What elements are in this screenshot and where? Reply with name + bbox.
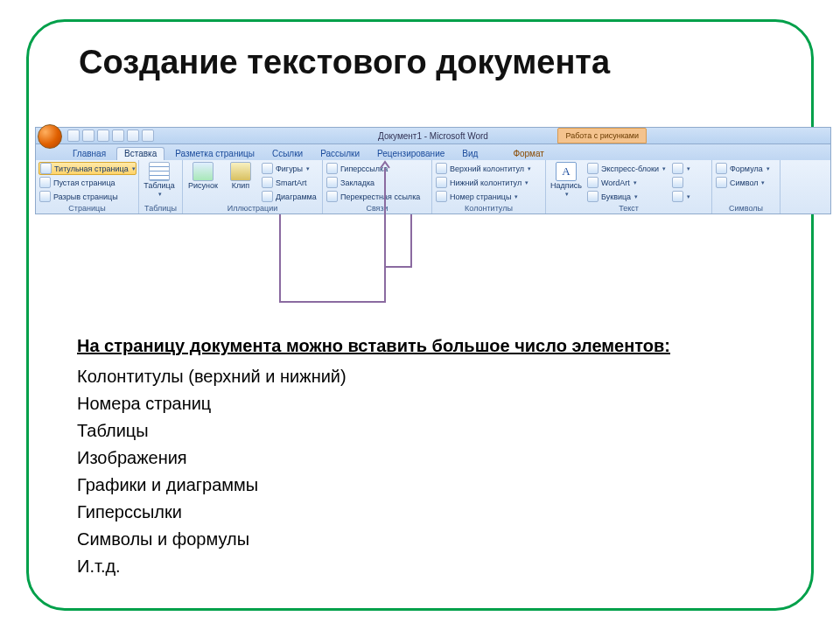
bookmark-icon xyxy=(326,177,338,188)
cover-page-button[interactable]: Титульная страница▾ xyxy=(38,162,136,175)
label: Клип xyxy=(232,182,249,190)
group-label: Страницы xyxy=(38,203,136,213)
text-misc-button[interactable]: ▾ xyxy=(671,190,691,203)
label: Формула xyxy=(730,164,763,173)
group-links: Гиперссылка Закладка Перекрестная ссылка… xyxy=(323,160,432,214)
tab-layout[interactable]: Разметка страницы xyxy=(168,148,262,160)
page-number-button[interactable]: Номер страницы▾ xyxy=(435,190,532,203)
list-item: Символы и формулы xyxy=(77,526,670,553)
clipart-icon xyxy=(230,162,251,181)
chevron-down-icon: ▾ xyxy=(158,191,162,198)
context-tab-picture-tools[interactable]: Работа с рисунками xyxy=(557,128,647,144)
equation-icon xyxy=(716,163,727,174)
label: Буквица xyxy=(601,192,631,201)
page-number-icon xyxy=(436,191,447,202)
list-item: Изображения xyxy=(77,444,670,472)
label: Гиперссылка xyxy=(340,164,388,173)
tab-home[interactable]: Главная xyxy=(66,148,113,160)
label: Верхний колонтитул xyxy=(450,164,524,173)
body-text: На страницу документа можно вставить бол… xyxy=(77,332,670,580)
quickparts-button[interactable]: Экспресс-блоки▾ xyxy=(586,162,667,175)
group-label: Иллюстрации xyxy=(186,203,319,213)
smartart-button[interactable]: SmartArt xyxy=(261,176,318,189)
group-label: Символы xyxy=(715,203,777,213)
chart-button[interactable]: Диаграмма xyxy=(261,190,318,203)
page-break-button[interactable]: Разрыв страницы xyxy=(38,190,136,203)
equation-button[interactable]: Формула▾ xyxy=(715,162,771,175)
dropcap-button[interactable]: Буквица▾ xyxy=(586,190,667,203)
label: Таблица xyxy=(144,182,174,190)
chevron-down-icon: ▾ xyxy=(687,193,690,200)
chevron-down-icon: ▾ xyxy=(634,193,638,200)
chevron-down-icon: ▾ xyxy=(662,165,666,172)
shapes-icon xyxy=(262,163,273,174)
label: Экспресс-блоки xyxy=(601,164,659,173)
document-title: Документ1 - Microsoft Word xyxy=(36,131,830,141)
footer-icon xyxy=(436,177,447,188)
header-button[interactable]: Верхний колонтитул▾ xyxy=(435,162,532,175)
cover-page-icon xyxy=(40,163,52,174)
tab-review[interactable]: Рецензирование xyxy=(370,148,452,160)
bookmark-button[interactable]: Закладка xyxy=(326,176,421,189)
datetime-icon xyxy=(672,177,683,188)
chevron-down-icon: ▾ xyxy=(525,179,528,186)
chevron-down-icon: ▾ xyxy=(306,165,310,172)
ribbon-tabs: Главная Вставка Разметка страницы Ссылки… xyxy=(35,144,831,160)
list-item: И.т.д. xyxy=(77,553,670,580)
chevron-down-icon: ▾ xyxy=(761,179,765,186)
tab-references[interactable]: Ссылки xyxy=(265,148,310,160)
blank-page-button[interactable]: Пустая страница xyxy=(38,176,136,189)
label: Номер страницы xyxy=(450,192,511,201)
list-item: Колонтитулы (верхний и нижний) xyxy=(77,363,670,390)
label: WordArt xyxy=(601,178,630,187)
word-ribbon: Документ1 - Microsoft Word Работа с рису… xyxy=(35,127,831,214)
textbox-icon xyxy=(556,162,577,181)
wordart-icon xyxy=(587,177,598,188)
crossref-button[interactable]: Перекрестная ссылка xyxy=(326,190,421,203)
list-item: Номера страниц xyxy=(77,390,670,417)
office-button[interactable] xyxy=(38,124,62,149)
group-label: Текст xyxy=(549,203,709,213)
hyperlink-button[interactable]: Гиперссылка xyxy=(326,162,421,175)
picture-button[interactable]: Рисунок xyxy=(186,162,220,190)
ribbon-body: Титульная страница▾ Пустая страница Разр… xyxy=(35,160,831,214)
chevron-down-icon: ▾ xyxy=(514,193,518,200)
label: Фигуры xyxy=(276,164,303,173)
label: Пустая страница xyxy=(53,178,116,187)
chevron-down-icon: ▾ xyxy=(634,179,637,186)
symbol-icon xyxy=(716,177,727,188)
hyperlink-icon xyxy=(326,163,338,174)
text-misc-button[interactable] xyxy=(671,176,691,189)
group-text: Надпись ▾ Экспресс-блоки▾ WordArt▾ Букви… xyxy=(546,160,712,214)
label: Рисунок xyxy=(188,182,218,190)
chevron-down-icon: ▾ xyxy=(766,165,770,172)
wordart-button[interactable]: WordArt▾ xyxy=(586,176,667,189)
list-item: Гиперссылки xyxy=(77,499,670,526)
group-symbols: Формула▾ Символ▾ Символы xyxy=(712,160,780,214)
intro-line: На страницу документа можно вставить бол… xyxy=(77,332,670,360)
chevron-down-icon: ▾ xyxy=(565,191,569,198)
tab-mailings[interactable]: Рассылки xyxy=(313,148,367,160)
shapes-button[interactable]: Фигуры▾ xyxy=(261,162,318,175)
clipart-button[interactable]: Клип xyxy=(223,162,258,190)
table-button[interactable]: Таблица ▾ xyxy=(142,162,177,198)
footer-button[interactable]: Нижний колонтитул▾ xyxy=(435,176,532,189)
chevron-down-icon: ▾ xyxy=(132,165,136,172)
label: SmartArt xyxy=(276,178,307,187)
group-tables: Таблица ▾ Таблицы xyxy=(139,160,183,214)
dropcap-icon xyxy=(587,191,598,202)
slide-title: Создание текстового документа xyxy=(79,44,610,81)
symbol-button[interactable]: Символ▾ xyxy=(715,176,771,189)
text-misc-button[interactable]: ▾ xyxy=(671,162,691,175)
picture-icon xyxy=(192,162,214,181)
signature-icon xyxy=(672,163,683,174)
tab-format[interactable]: Формат xyxy=(506,148,551,160)
label: Диаграмма xyxy=(276,192,317,201)
group-pages: Титульная страница▾ Пустая страница Разр… xyxy=(36,160,139,214)
tab-insert[interactable]: Вставка xyxy=(116,147,164,160)
group-label: Колонтитулы xyxy=(435,203,542,213)
page-break-icon xyxy=(39,191,51,202)
chevron-down-icon: ▾ xyxy=(528,165,531,172)
textbox-button[interactable]: Надпись ▾ xyxy=(549,162,584,198)
tab-view[interactable]: Вид xyxy=(455,148,485,160)
